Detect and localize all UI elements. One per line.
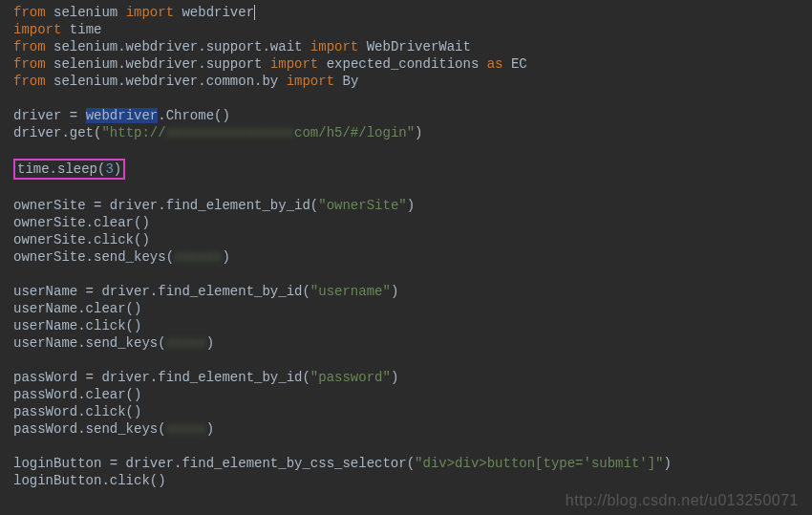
code-line: from selenium import webdriver <box>6 4 812 21</box>
code-line-highlighted: time.sleep(3) <box>6 159 812 180</box>
code-line: from selenium.webdriver.common.by import… <box>6 73 812 90</box>
code-line: from selenium.webdriver.support import e… <box>6 55 812 73</box>
code-line: from selenium.webdriver.support.wait imp… <box>6 38 812 55</box>
code-line: ownerSite.clear() <box>6 214 812 231</box>
code-line: import time <box>6 21 812 38</box>
highlighted-word: webdriver <box>86 108 159 123</box>
code-line: ownerSite.click() <box>6 231 812 248</box>
code-line: passWord = driver.find_element_by_id("pa… <box>6 369 812 386</box>
watermark-text: http://blog.csdn.net/u013250071 <box>566 492 799 509</box>
code-line: passWord.clear() <box>6 386 812 403</box>
code-line: passWord.click() <box>6 403 812 420</box>
keyword-import: import <box>126 5 174 20</box>
blank-line <box>6 266 812 283</box>
text-cursor <box>254 5 255 20</box>
code-line: userName.click() <box>6 317 812 334</box>
highlight-box: time.sleep(3) <box>13 159 125 180</box>
code-line: ownerSite.send_keys(xxxxxx) <box>6 248 812 266</box>
redacted-text: xxxxx <box>166 420 206 438</box>
code-line: loginButton = driver.find_element_by_css… <box>6 455 812 472</box>
blank-line <box>6 438 812 455</box>
blank-line <box>6 141 812 159</box>
keyword-from: from <box>13 5 46 20</box>
blank-line <box>6 352 812 369</box>
code-line: userName.clear() <box>6 300 812 317</box>
code-line: driver.get("http://xxxxxxxxxxxxxxxxcom/h… <box>6 124 812 141</box>
redacted-text: xxxxxxxxxxxxxxxx <box>166 124 294 141</box>
code-line: driver = webdriver.Chrome() <box>6 107 812 124</box>
code-line: userName.send_keys(xxxxx) <box>6 334 812 352</box>
code-editor[interactable]: from selenium import webdriver import ti… <box>6 4 812 489</box>
code-line: loginButton.click() <box>6 472 812 489</box>
blank-line <box>6 180 812 197</box>
redacted-text: xxxxxx <box>174 248 222 266</box>
code-line: userName = driver.find_element_by_id("us… <box>6 283 812 300</box>
code-line: passWord.send_keys(xxxxx) <box>6 420 812 438</box>
redacted-text: xxxxx <box>166 334 206 352</box>
blank-line <box>6 90 812 107</box>
code-line: ownerSite = driver.find_element_by_id("o… <box>6 197 812 214</box>
